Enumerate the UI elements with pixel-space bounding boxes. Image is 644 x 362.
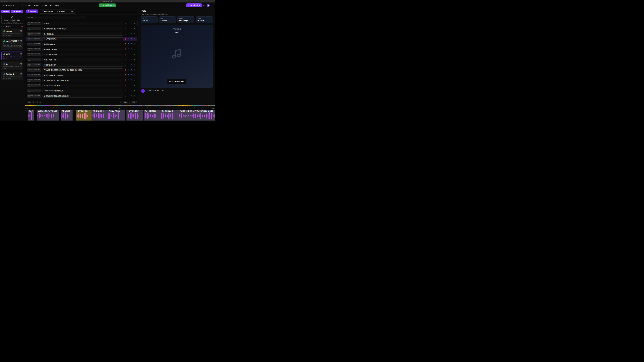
subtitle-row[interactable]: 00:00:01.25 - 00:00:03.602.35s如果你在使用达芬奇字…	[26, 26, 137, 31]
merge-prev-icon[interactable]	[128, 43, 130, 45]
subtitle-text-input[interactable]: 共有多达20几处的改进	[42, 84, 123, 87]
subtitle-row[interactable]: 00:00:12.58 - 00:00:14.411.83s无法一键翻译字幕	[26, 57, 137, 62]
subtitle-text-input[interactable]: 不支持批量修改等	[42, 63, 123, 67]
delete-subtitle-icon[interactable]	[124, 95, 126, 97]
merge-next-icon[interactable]	[131, 89, 132, 92]
subtitle-row[interactable]: 00:00:21.75 - 00:00:23.942.20s可以比较好解决上述的…	[26, 73, 137, 77]
merge-prev-icon[interactable]	[128, 53, 130, 56]
playhead[interactable]	[76, 110, 76, 120]
delete-subtitle-icon[interactable]	[124, 79, 126, 82]
add-subtitle-icon[interactable]	[134, 84, 136, 87]
add-subtitle-icon[interactable]	[134, 33, 136, 35]
file-card[interactable]: 56/Users/xiewenhao/Downloads/56.MP4	[2, 61, 23, 70]
clear-files-button[interactable]: 清空	[20, 25, 23, 27]
tab-translate[interactable]: 翻译	[67, 9, 76, 13]
merge-next-icon[interactable]	[131, 48, 132, 51]
tab-bilingual[interactable]: 双语字幕	[55, 9, 67, 13]
subtitle-row[interactable]: 00:00:24.01 - 00:00:27.493.49s微七的版本吸取了不少…	[26, 78, 137, 83]
subtitle-text-input[interactable]: 字幕拆分破坏语义	[42, 43, 123, 46]
avatar[interactable]: S	[207, 4, 210, 7]
merge-prev-icon[interactable]	[128, 74, 130, 76]
timeline-clip[interactable]: 朋友们	[28, 110, 34, 120]
add-subtitle-icon[interactable]	[134, 43, 136, 45]
add-subtitle-icon[interactable]	[134, 69, 136, 71]
subtitle-text-input[interactable]: Mac与Windows都可以使用	[42, 89, 123, 92]
subtitle-text-input[interactable]: 微七的版本吸取了不少小伙伴的意见	[42, 79, 123, 82]
delete-subtitle-icon[interactable]	[124, 27, 126, 30]
subtitle-row[interactable]: 00:00:07.07 - 00:00:08.811.74s字幕拆分破坏语义	[26, 42, 137, 46]
merge-next-icon[interactable]	[131, 27, 132, 30]
chevron-down-icon[interactable]	[211, 4, 213, 6]
merge-prev-icon[interactable]	[128, 48, 130, 51]
list-view-button[interactable]: 列表	[42, 4, 48, 6]
timeline-clip[interactable]: 中英字幕生成不便	[126, 110, 143, 120]
install-plugin-button[interactable]: 安装插件	[2, 10, 10, 13]
add-subtitle-icon[interactable]	[134, 38, 136, 40]
subtitle-row[interactable]: 00:00:14.42 - 00:00:16.311.89s不支持批量修改等	[26, 63, 137, 67]
subtitle-row[interactable]: 00:00:16.33 - 00:00:21.755.41s可以试下号书最新发布…	[26, 68, 137, 72]
merge-prev-icon[interactable]	[128, 22, 130, 25]
delete-subtitle-icon[interactable]	[124, 22, 126, 25]
file-card[interactable]: 12470/Users/xiewenhao/Downloads/12470.mp…	[2, 51, 23, 60]
merge-prev-icon[interactable]	[128, 69, 130, 71]
add-subtitle-icon[interactable]	[134, 74, 136, 76]
subtitle-row[interactable]: 00:00:27.49 - 00:00:29.461.97s共有多达20几处的改…	[26, 83, 137, 88]
merge-prev-icon[interactable]	[128, 89, 130, 92]
delete-subtitle-icon[interactable]	[124, 33, 126, 35]
timeline-ruler[interactable]: 0:000:100:20	[0, 107, 215, 110]
subtitle-text-input[interactable]: 中文字幕识别不准	[42, 37, 123, 41]
delete-project-button[interactable]: 删除	[34, 4, 39, 6]
rename-project-button[interactable]	[19, 4, 20, 6]
merge-prev-icon[interactable]	[128, 84, 130, 87]
subtitle-text-input[interactable]: 遇到如下问题	[42, 32, 123, 36]
subtitle-row[interactable]: 00:00:32.50 - 00:00:35.112.61s插件的下载链接我已经…	[26, 94, 137, 98]
export-subtitle-button[interactable]: 导出字幕文件	[186, 3, 202, 7]
merge-next-icon[interactable]	[131, 22, 132, 25]
delete-subtitle-icon[interactable]	[124, 58, 126, 61]
merge-next-icon[interactable]	[131, 43, 132, 45]
restart-update-button[interactable]: 点击重启以更新	[99, 3, 116, 7]
scrollbar-thumb[interactable]	[138, 21, 138, 26]
delete-file-icon[interactable]	[20, 40, 22, 42]
merge-next-icon[interactable]	[131, 58, 132, 61]
timeline-clip[interactable]: 可以试下号书最新发布的号望达芬奇字幕插件微七版本	[179, 110, 215, 120]
timeline-clip[interactable]: 手动修改字幕麻烦	[108, 110, 125, 120]
timeline-clip[interactable]: 中文字幕识别不准	[76, 110, 92, 120]
subtitle-row[interactable]: 00:00:03.78 - 00:00:05.041.26s遇到如下问题	[26, 32, 137, 36]
delete-file-icon[interactable]	[20, 30, 22, 32]
delete-subtitle-icon[interactable]	[124, 74, 126, 76]
merge-prev-icon[interactable]	[128, 27, 130, 30]
subtitle-text-input[interactable]: 如果你在使用达芬奇字幕功能时	[42, 27, 123, 30]
search-input[interactable]	[26, 16, 85, 19]
subtitle-text-input[interactable]: 可以试下号书最新发布的号望达芬奇字幕插件微七版本	[42, 68, 123, 72]
merge-next-icon[interactable]	[131, 38, 132, 40]
subtitle-row[interactable]: 00:00:10.78 - 00:00:12.551.77s中英字幕生成不便	[26, 52, 137, 57]
delete-file-icon[interactable]	[20, 53, 22, 55]
file-card[interactable]: Timeline 1/Users/xiewenhao/Downloads/Tim…	[2, 28, 23, 37]
delete-subtitle-icon[interactable]	[124, 64, 126, 66]
add-subtitle-icon[interactable]	[134, 95, 136, 97]
merge-next-icon[interactable]	[131, 84, 132, 87]
subtitle-row[interactable]: 00:00:29.48 - 00:00:32.452.97sMac与Window…	[26, 88, 137, 93]
file-card[interactable]: Timeline_1/Users/xiewenhao/Downloads/Tim…	[2, 71, 23, 80]
subtitle-text-input[interactable]: 朋友们	[42, 22, 123, 25]
delete-subtitle-icon[interactable]	[124, 48, 126, 51]
subtitle-text-input[interactable]: 可以比较好解决上述的问题	[42, 74, 123, 77]
delete-subtitle-icon[interactable]	[124, 84, 126, 87]
delete-subtitle-icon[interactable]	[124, 69, 126, 71]
merge-prev-icon[interactable]	[128, 38, 130, 40]
merge-next-icon[interactable]	[131, 64, 132, 66]
subtitle-text-input[interactable]: 中英字幕生成不便	[42, 53, 123, 56]
merge-prev-icon[interactable]	[128, 58, 130, 61]
merge-next-icon[interactable]	[131, 53, 132, 56]
settings-gear-icon[interactable]: ⚙	[203, 4, 205, 6]
reset-button[interactable]: ↺重置	[129, 101, 136, 104]
delete-subtitle-icon[interactable]	[124, 38, 126, 40]
file-card[interactable]: haooneV7j介绍_Ti.../Users/xiewenhao/Docume…	[2, 38, 23, 50]
merge-next-icon[interactable]	[131, 33, 132, 35]
play-button[interactable]	[141, 89, 145, 93]
merge-next-icon[interactable]	[131, 79, 132, 82]
delete-subtitle-icon[interactable]	[124, 89, 126, 92]
merge-next-icon[interactable]	[131, 74, 132, 76]
delete-subtitle-icon[interactable]	[124, 43, 126, 45]
